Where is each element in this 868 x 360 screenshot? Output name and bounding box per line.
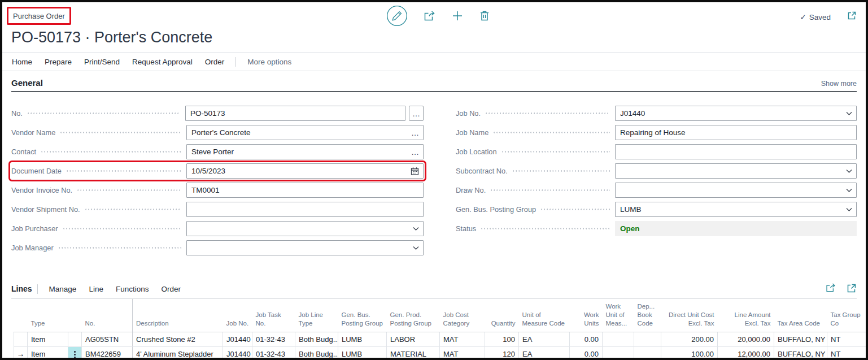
row-menu-cell[interactable]	[68, 346, 82, 360]
cell-tax-area-code[interactable]: BUFFALO, NY	[774, 332, 827, 346]
line-row-2-selected[interactable]: → Item BM422659 4' Aluminum Stepladder J…	[14, 346, 866, 360]
col-job-task-no[interactable]: Job Task No.	[252, 299, 295, 332]
menu-item-order[interactable]: Order	[199, 58, 231, 66]
col-gen-prod-posting-group[interactable]: Gen. Prod. Posting Group	[387, 299, 440, 332]
new-button[interactable]	[451, 10, 464, 24]
col-quantity[interactable]: Quantity	[485, 299, 519, 332]
lines-menu-functions[interactable]: Functions	[110, 285, 155, 293]
col-dep-book-code[interactable]: Dep... Book Code	[634, 299, 661, 332]
cell-description[interactable]: 4' Aluminum Stepladder	[133, 346, 223, 360]
cell-type[interactable]: Item	[28, 346, 68, 360]
cell-job-line-type[interactable]: Both Budg...	[295, 346, 338, 360]
col-job-line-type[interactable]: Job Line Type	[295, 299, 338, 332]
cell-unit-of-measure[interactable]: EA	[519, 346, 570, 360]
chevron-down-icon[interactable]	[846, 111, 852, 115]
cell-tax-area-code[interactable]: BUFFALO, NY	[774, 346, 827, 360]
document-date-input[interactable]	[186, 163, 424, 179]
cell-direct-unit-cost[interactable]: 100.00	[661, 346, 718, 360]
draw-no-input[interactable]	[615, 183, 857, 198]
col-gen-bus-posting-group[interactable]: Gen. Bus. Posting Group	[338, 299, 387, 332]
cell-job-cost-category[interactable]: MAT	[440, 332, 485, 346]
chevron-down-icon[interactable]	[413, 227, 419, 231]
gen-bus-posting-group-input[interactable]	[615, 202, 857, 217]
lines-open-in-excel-button[interactable]	[847, 283, 857, 295]
cell-gen-prod-posting-group[interactable]: MATERIAL	[387, 346, 440, 360]
cell-line-amount[interactable]: 20,000.00	[718, 332, 774, 346]
col-description[interactable]: Description	[133, 299, 223, 332]
vendor-shipment-no-input[interactable]	[186, 202, 424, 217]
lines-share-button[interactable]	[825, 283, 836, 295]
chevron-down-icon[interactable]	[413, 246, 419, 250]
lines-menu-line[interactable]: Line	[82, 285, 110, 293]
cell-line-amount[interactable]: 12,000.00	[718, 346, 774, 360]
cell-no[interactable]: BM422659	[82, 346, 133, 360]
col-line-amount[interactable]: Line Amount Excl. Tax	[718, 299, 774, 332]
cell-job-task-no[interactable]: 01-32-43	[252, 332, 295, 346]
col-no[interactable]: No.	[82, 299, 133, 332]
subcontract-no-input[interactable]	[615, 163, 857, 179]
chevron-down-icon[interactable]	[846, 169, 852, 173]
row-menu-cell[interactable]	[68, 332, 82, 346]
cell-dep-book-code[interactable]	[634, 346, 661, 360]
col-unit-of-measure-code[interactable]: Unit of Measure Code	[519, 299, 570, 332]
col-job-no[interactable]: Job No.	[223, 299, 252, 332]
cell-description[interactable]: Crushed Stone #2	[133, 332, 223, 346]
col-work-units[interactable]: Work Units	[570, 299, 603, 332]
col-direct-unit-cost[interactable]: Direct Unit Cost Excl. Tax	[661, 299, 718, 332]
cell-no[interactable]: AG05STN	[82, 332, 133, 346]
ellipsis-icon[interactable]: …	[411, 148, 419, 156]
cell-quantity[interactable]: 100	[485, 332, 519, 346]
cell-job-no[interactable]: J01440	[223, 332, 252, 346]
job-no-input[interactable]	[615, 106, 857, 121]
cell-job-line-type[interactable]: Both Budg...	[295, 332, 338, 346]
job-name-input[interactable]	[615, 125, 857, 140]
lines-menu-manage[interactable]: Manage	[43, 285, 83, 293]
col-job-cost-category[interactable]: Job Cost Category	[440, 299, 485, 332]
menu-item-request-approval[interactable]: Request Approval	[126, 58, 199, 66]
cell-dep-book-code[interactable]	[634, 332, 661, 346]
cell-direct-unit-cost[interactable]: 200.00	[661, 332, 718, 346]
vendor-name-input[interactable]	[186, 125, 424, 140]
ellipsis-icon[interactable]: …	[411, 129, 419, 137]
cell-gen-bus-posting-group[interactable]: LUMB	[338, 332, 387, 346]
col-tax-area-code[interactable]: Tax Area Code	[774, 299, 827, 332]
cell-unit-of-measure[interactable]: EA	[519, 332, 570, 346]
job-manager-input[interactable]	[186, 240, 424, 255]
calendar-icon[interactable]	[411, 167, 419, 175]
cell-job-task-no[interactable]: 01-32-43	[252, 346, 295, 360]
menu-item-home[interactable]: Home	[6, 58, 38, 66]
col-type[interactable]: Type	[28, 299, 68, 332]
cell-quantity[interactable]: 120	[485, 346, 519, 360]
lines-menu-order[interactable]: Order	[155, 285, 187, 293]
contact-input[interactable]	[186, 144, 424, 159]
cell-type[interactable]: Item	[28, 332, 68, 346]
cell-work-units[interactable]: 0.00	[570, 332, 603, 346]
job-location-input[interactable]	[615, 144, 857, 159]
cell-work-unit-of-meas[interactable]	[603, 332, 634, 346]
cell-tax-group-code[interactable]: NT	[827, 332, 866, 346]
menu-item-prepare[interactable]: Prepare	[38, 58, 78, 66]
no-input[interactable]	[185, 106, 405, 121]
line-row-1[interactable]: Item AG05STN Crushed Stone #2 J01440 01-…	[14, 332, 866, 346]
menu-item-print-send[interactable]: Print/Send	[78, 58, 126, 66]
delete-button[interactable]	[479, 10, 490, 24]
cell-gen-prod-posting-group[interactable]: LABOR	[387, 332, 440, 346]
show-more-link[interactable]: Show more	[821, 80, 857, 88]
chevron-down-icon[interactable]	[846, 188, 852, 192]
more-options-button[interactable]: More options	[241, 58, 298, 66]
chevron-down-icon[interactable]	[846, 207, 852, 211]
col-work-unit-of-meas[interactable]: Work Unit of Meas...	[603, 299, 634, 332]
col-tax-group-code[interactable]: Tax Group Co	[827, 299, 866, 332]
cell-tax-group-code[interactable]: NT	[827, 346, 866, 360]
share-button[interactable]	[423, 10, 436, 24]
cell-job-no[interactable]: J01440	[223, 346, 252, 360]
vendor-invoice-no-input[interactable]	[186, 183, 424, 198]
edit-button[interactable]	[386, 5, 408, 28]
cell-gen-bus-posting-group[interactable]: LUMB	[338, 346, 387, 360]
cell-work-units[interactable]: 0.00	[570, 346, 603, 360]
cell-work-unit-of-meas[interactable]	[603, 346, 634, 360]
cell-job-cost-category[interactable]: MAT	[440, 346, 485, 360]
job-purchaser-input[interactable]	[186, 221, 424, 236]
open-in-new-window-button[interactable]	[847, 11, 857, 22]
no-assist-edit-button[interactable]: …	[409, 106, 424, 121]
